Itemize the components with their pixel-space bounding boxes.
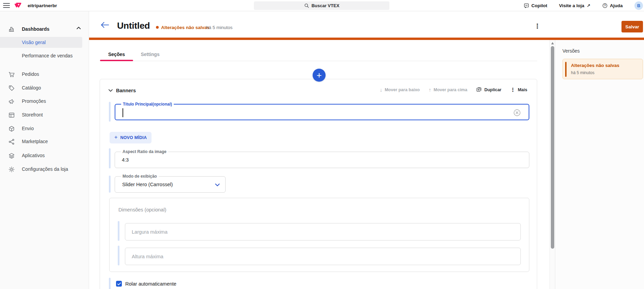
cart-icon — [8, 71, 15, 78]
autoscroll-checkbox[interactable] — [116, 281, 122, 287]
display-mode-label: Modo de exibição — [121, 174, 159, 179]
sidebar-item-aplicativos[interactable]: Aplicativos — [0, 151, 89, 161]
page-header: Untitled Alterações não salvas há 5 minu… — [89, 11, 644, 38]
alert-time: há 5 minutos — [571, 70, 595, 75]
max-width-input[interactable] — [125, 223, 520, 240]
dimensions-group: Dimensões (opcional) — [109, 198, 529, 272]
global-search-input[interactable]: Buscar VTEX — [254, 1, 389, 10]
move-down-button[interactable]: ↓ Mover para baixo — [380, 87, 420, 92]
aspect-ratio-input[interactable] — [115, 152, 529, 168]
main-content: Seções Settings + Banners ↓ Mover para b… — [89, 40, 549, 289]
hamburger-menu-icon[interactable] — [3, 3, 10, 8]
vtex-admin-app: eitripartnerbr Buscar VTEX Copilot Visit… — [0, 0, 644, 289]
sidebar-item-dashboards[interactable]: Dashboards — [0, 25, 89, 34]
box-icon — [8, 125, 15, 132]
unsaved-dot-icon — [156, 26, 159, 29]
duplicate-label: Duplicar — [484, 87, 501, 92]
sidebar-item-label: Envio — [22, 126, 34, 131]
clear-input-icon[interactable] — [513, 109, 521, 116]
vtex-logo-icon[interactable] — [14, 2, 22, 9]
move-up-button[interactable]: ↑ Mover para cima — [429, 87, 467, 92]
page-title: Untitled — [117, 20, 150, 31]
sidebar-item-label: Configurações da loja — [22, 166, 68, 172]
sidebar-item-label: Pedidos — [22, 71, 39, 77]
more-label: Mais — [518, 87, 527, 92]
chevron-up-icon[interactable] — [76, 27, 81, 29]
aspect-ratio-label: Aspect Ratio da image — [121, 149, 168, 154]
max-height-field — [125, 248, 521, 265]
duplicate-icon — [476, 87, 482, 93]
help-button[interactable]: ? Ajuda — [602, 0, 623, 11]
titulo-principal-input[interactable] — [115, 105, 529, 120]
titulo-principal-field: Título Principal(opcional) — [115, 104, 529, 120]
sidebar-item-label: Marketplace — [22, 139, 48, 144]
vertical-scrollbar[interactable] — [549, 40, 555, 289]
more-options-kebab-icon[interactable]: ⋮ — [534, 23, 541, 30]
copilot-button[interactable]: Copilot — [524, 0, 547, 11]
megaphone-icon — [8, 98, 15, 105]
field-accent-bar — [109, 278, 111, 289]
avatar[interactable]: B — [634, 1, 643, 10]
scrollbar-thumb[interactable] — [551, 46, 554, 249]
active-tab-underline — [100, 60, 133, 61]
sidebar-item-label: Storefront — [22, 112, 43, 118]
tab-secoes[interactable]: Seções — [100, 52, 133, 57]
display-mode-select[interactable]: Modo de exibição Slider Hero (Carrossel) — [115, 176, 226, 193]
visit-store-link[interactable]: Visite a loja ↗ — [559, 0, 590, 11]
sidebar-item-configuracoes-da-loja[interactable]: Configurações da loja — [0, 165, 89, 174]
sidebar: Dashboards Visão geral Performance de ve… — [0, 11, 89, 289]
sidebar-item-marketplace[interactable]: Marketplace — [0, 137, 89, 147]
section-title: Banners — [116, 88, 136, 93]
alert-title: Alterações não salvas — [571, 63, 619, 68]
plus-icon: + — [316, 71, 321, 80]
layers-icon — [8, 152, 15, 159]
field-accent-bar — [109, 176, 111, 193]
sidebar-item-label: Promoções — [22, 98, 46, 104]
section-actions: ↓ Mover para baixo ↑ Mover para cima — [380, 87, 527, 93]
titulo-principal-label: Título Principal(opcional) — [121, 102, 174, 107]
add-section-button[interactable]: + — [313, 69, 326, 82]
chat-icon — [524, 3, 529, 9]
tag-icon — [8, 85, 15, 92]
sidebar-item-label: Dashboards — [22, 26, 49, 32]
arrow-down-icon: ↓ — [380, 87, 383, 92]
back-arrow-button[interactable] — [100, 21, 110, 29]
more-button[interactable]: ⋮ Mais — [510, 87, 527, 92]
sidebar-item-visao-geral[interactable]: Visão geral — [0, 37, 82, 48]
tab-settings[interactable]: Settings — [134, 52, 166, 57]
field-accent-bar — [118, 246, 119, 265]
account-name: eitripartnerbr — [28, 3, 57, 8]
topbar: eitripartnerbr Buscar VTEX Copilot Visit… — [0, 0, 644, 11]
duplicate-button[interactable]: Duplicar — [476, 87, 501, 93]
save-button[interactable]: Salvar — [621, 21, 643, 32]
sidebar-item-envio[interactable]: Envio — [0, 124, 89, 134]
sidebar-item-performance-de-vendas[interactable]: Performance de vendas — [22, 53, 73, 58]
versions-panel: Versões Alterações não salvas há 5 minut… — [556, 40, 644, 289]
sidebar-item-promocoes[interactable]: Promoções — [0, 97, 89, 106]
help-label: Ajuda — [610, 3, 623, 8]
move-down-label: Mover para baixo — [385, 87, 420, 92]
sidebar-item-label: Aplicativos — [22, 153, 45, 158]
autoscroll-label[interactable]: Rolar automaticamente — [125, 281, 176, 287]
bar-chart-icon — [8, 26, 15, 33]
sidebar-item-catalogo[interactable]: Catálogo — [0, 83, 89, 93]
new-media-button[interactable]: + NOVO MÍDIA — [110, 132, 152, 143]
unsaved-changes-version-card[interactable]: Alterações não salvas há 5 minutos — [562, 59, 643, 79]
text-caret — [123, 108, 123, 117]
chevron-down-icon — [215, 183, 220, 187]
search-placeholder: Buscar VTEX — [312, 3, 340, 8]
scroll-up-arrow-icon[interactable] — [551, 42, 554, 44]
sidebar-item-label: Visão geral — [22, 40, 46, 45]
sidebar-item-storefront[interactable]: Storefront — [0, 110, 89, 120]
field-accent-bar — [109, 102, 111, 122]
share-nodes-icon — [8, 138, 15, 145]
question-circle-icon: ? — [602, 3, 608, 9]
field-accent-bar — [109, 148, 111, 168]
max-height-input[interactable] — [125, 248, 520, 265]
aspect-ratio-field: Aspect Ratio da image — [115, 152, 529, 168]
plus-icon: + — [114, 134, 118, 140]
max-width-field — [125, 223, 521, 240]
sidebar-item-pedidos[interactable]: Pedidos — [0, 70, 89, 79]
external-link-icon: ↗ — [587, 3, 590, 8]
chevron-down-icon[interactable] — [109, 89, 113, 92]
